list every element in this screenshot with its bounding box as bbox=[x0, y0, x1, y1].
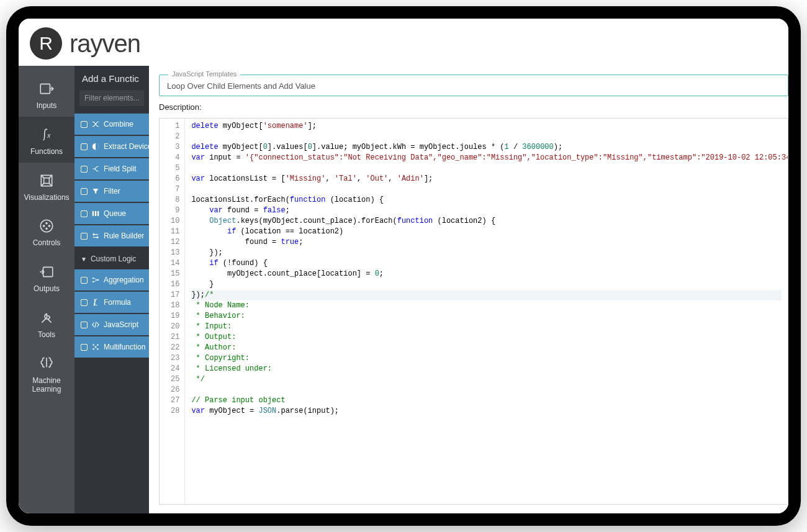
rail-item-machine-learning[interactable]: Machine Learning bbox=[19, 346, 74, 400]
brand-header: R rayven bbox=[19, 19, 788, 66]
element-label: Aggregation bbox=[104, 276, 144, 284]
element-label: JavaScript bbox=[104, 320, 138, 329]
description-label: Description: bbox=[159, 102, 788, 112]
template-selector[interactable]: JavaScript Templates Loop Over Child Ele… bbox=[159, 74, 788, 96]
brand-logo-letter: R bbox=[39, 33, 53, 54]
code-line[interactable] bbox=[191, 385, 782, 395]
outputs-icon bbox=[37, 263, 56, 281]
code-line[interactable]: } bbox=[191, 279, 782, 290]
tools-icon bbox=[37, 309, 56, 327]
code-line[interactable]: var myObject = JSON.parse(input); bbox=[191, 406, 782, 417]
checkbox-icon[interactable] bbox=[81, 121, 88, 128]
checkbox-icon[interactable] bbox=[81, 299, 88, 306]
filter-elements-input[interactable] bbox=[79, 90, 144, 106]
element-combine[interactable]: Combine bbox=[74, 113, 149, 135]
element-label: Formula bbox=[104, 298, 131, 307]
element-javascript[interactable]: JavaScript bbox=[74, 313, 149, 335]
element-label: Combine bbox=[104, 120, 133, 128]
code-line[interactable]: // Parse input object bbox=[191, 395, 782, 406]
left-nav-rail: Inputs x Functions Visualizations bbox=[19, 66, 74, 513]
code-line[interactable]: myObject.count_place[location] = 0; bbox=[191, 269, 782, 279]
code-line[interactable]: });/* bbox=[191, 290, 782, 300]
code-line[interactable]: delete myObject[0].values[0].value; myOb… bbox=[191, 142, 782, 153]
checkbox-icon[interactable] bbox=[81, 277, 88, 284]
svg-point-12 bbox=[97, 279, 99, 281]
code-line[interactable]: * Input: bbox=[191, 322, 782, 332]
code-line[interactable]: found = true; bbox=[191, 237, 782, 248]
code-line[interactable]: */ bbox=[191, 374, 782, 385]
code-line[interactable]: delete myObject['somename']; bbox=[191, 121, 782, 132]
visualizations-icon bbox=[37, 171, 56, 190]
element-extract-device[interactable]: Extract Device bbox=[74, 135, 149, 157]
checkbox-icon[interactable] bbox=[81, 188, 88, 195]
rail-label: Functions bbox=[30, 148, 63, 156]
line-number-gutter: 1234567891011121314151617181920212223242… bbox=[160, 119, 185, 504]
code-line[interactable]: if (location == location2) bbox=[191, 227, 782, 237]
code-line[interactable]: }); bbox=[191, 248, 782, 258]
rail-label: Controls bbox=[33, 239, 61, 248]
checkbox-icon[interactable] bbox=[81, 166, 88, 173]
svg-text:x: x bbox=[47, 132, 51, 139]
rail-item-functions[interactable]: x Functions bbox=[19, 117, 74, 163]
code-line[interactable]: * Behavior: bbox=[191, 311, 782, 322]
rail-item-controls[interactable]: Controls bbox=[19, 208, 74, 254]
element-formula[interactable]: Formula bbox=[74, 291, 149, 313]
tablet-frame: R rayven Inputs x Functions bbox=[6, 6, 801, 526]
checkbox-icon[interactable] bbox=[81, 322, 88, 328]
code-line[interactable]: Object.keys(myObject.count_place).forEac… bbox=[191, 216, 782, 227]
queue-icon bbox=[91, 209, 100, 218]
code-line[interactable]: * Copyright: bbox=[191, 353, 782, 364]
app-body: Inputs x Functions Visualizations bbox=[19, 66, 788, 513]
inputs-icon bbox=[37, 79, 56, 98]
code-line[interactable]: locationsList.forEach(function (location… bbox=[191, 195, 782, 205]
filter-icon bbox=[91, 187, 100, 196]
code-line[interactable] bbox=[191, 163, 782, 174]
checkbox-icon[interactable] bbox=[81, 210, 88, 217]
combine-icon bbox=[91, 120, 100, 128]
element-label: Filter bbox=[104, 187, 120, 196]
svg-point-4 bbox=[40, 220, 53, 233]
chevron-down-icon: ▼ bbox=[81, 256, 87, 263]
formula-icon bbox=[91, 298, 100, 307]
checkbox-icon[interactable] bbox=[81, 143, 88, 150]
code-line[interactable]: var locationsList = ['Missing', 'Tal', '… bbox=[191, 174, 782, 184]
code-line[interactable] bbox=[191, 184, 782, 195]
code-line[interactable] bbox=[191, 132, 782, 142]
function-sidebar: Add a Functic CombineExtract DeviceField… bbox=[74, 66, 149, 513]
code-line[interactable]: if (!found) { bbox=[191, 258, 782, 269]
extract-device-icon bbox=[91, 142, 100, 151]
element-label: Field Split bbox=[104, 165, 137, 173]
code-line[interactable]: * Output: bbox=[191, 332, 782, 343]
rail-item-visualizations[interactable]: Visualizations bbox=[19, 163, 74, 209]
code-line[interactable]: var input = '{"connection_status":"Not R… bbox=[191, 153, 782, 163]
rail-item-outputs[interactable]: Outputs bbox=[19, 254, 74, 300]
checkbox-icon[interactable] bbox=[81, 233, 88, 240]
element-rule-builder[interactable]: Rule Builder bbox=[74, 225, 149, 246]
svg-rect-8 bbox=[95, 211, 96, 216]
element-aggregation[interactable]: Aggregation bbox=[74, 269, 149, 291]
code-line[interactable]: * Node Name: bbox=[191, 300, 782, 311]
element-filter[interactable]: Filter bbox=[74, 180, 149, 202]
element-multifunction[interactable]: Multifunction bbox=[74, 336, 149, 358]
rail-label: Outputs bbox=[34, 285, 60, 294]
sidebar-title: Add a Functic bbox=[74, 71, 149, 90]
rail-label: Machine Learning bbox=[21, 377, 72, 394]
code-line[interactable]: var found = false; bbox=[191, 205, 782, 216]
code-line[interactable]: * Licensed under: bbox=[191, 364, 782, 374]
rail-item-tools[interactable]: Tools bbox=[19, 300, 74, 346]
rail-item-inputs[interactable]: Inputs bbox=[19, 71, 74, 117]
svg-rect-3 bbox=[44, 178, 50, 183]
code-line[interactable]: * Author: bbox=[191, 343, 782, 353]
controls-icon bbox=[37, 217, 56, 235]
element-label: Queue bbox=[104, 209, 126, 218]
section-label: Custom Logic bbox=[91, 255, 136, 263]
code-editor[interactable]: 1234567891011121314151617181920212223242… bbox=[159, 118, 788, 505]
section-custom-logic[interactable]: ▼ Custom Logic bbox=[74, 247, 149, 268]
element-field-split[interactable]: Field Split bbox=[74, 158, 149, 179]
checkbox-icon[interactable] bbox=[81, 344, 88, 351]
code-content[interactable]: delete myObject['somename'];delete myObj… bbox=[185, 119, 788, 504]
element-queue[interactable]: Queue bbox=[74, 202, 149, 224]
svg-point-11 bbox=[92, 281, 94, 282]
svg-rect-0 bbox=[40, 84, 50, 93]
svg-rect-9 bbox=[97, 211, 99, 216]
